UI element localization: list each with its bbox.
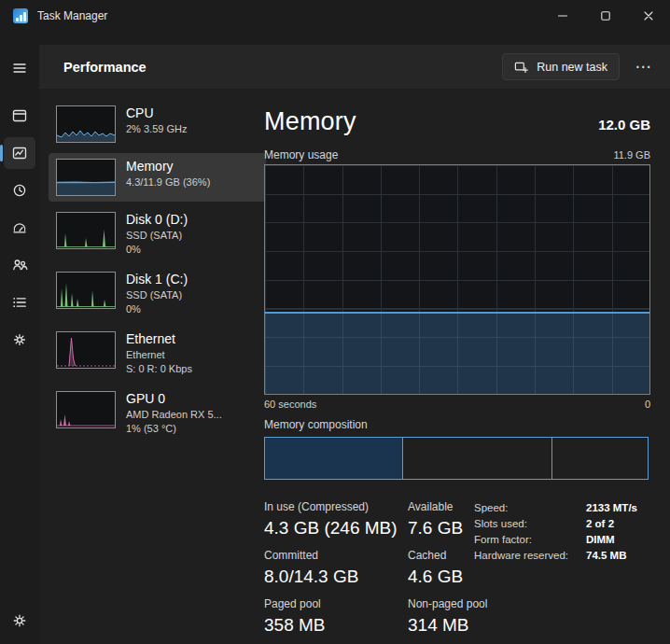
memory-capacity: 12.0 GB (598, 117, 650, 133)
run-new-task-label: Run new task (537, 61, 607, 74)
page-title: Performance (63, 60, 147, 75)
perf-item-sub: 0% (126, 243, 188, 256)
in-use-value: 4.3 GB (246 MB) (264, 518, 408, 539)
perf-item-title: Memory (126, 159, 210, 175)
perf-item-sub: 4.3/11.9 GB (36%) (126, 175, 210, 189)
memory-detail-panel: Memory 12.0 GB Memory usage 11.9 GB 60 s… (264, 98, 650, 636)
available-label: Available (408, 500, 474, 513)
close-icon[interactable] (627, 0, 670, 32)
composition-segment (551, 437, 649, 480)
perf-item-sub: AMD Radeon RX 5... (126, 408, 222, 421)
menu-icon[interactable] (4, 52, 35, 84)
memory-usage-area (265, 312, 649, 394)
performance-icon[interactable] (4, 137, 35, 169)
perf-item-sub: 1% (53 °C) (126, 422, 222, 435)
ethernet-mini-graph (56, 331, 116, 369)
paged-pool-value: 358 MB (264, 615, 408, 636)
perf-list-item-ethernet[interactable]: Ethernet Ethernet S: 0 R: 0 Kbps (49, 326, 266, 381)
speed-value: 2133 MT/s (586, 502, 637, 513)
more-options-icon: ⋯ (635, 59, 651, 75)
perf-list-item-memory[interactable]: Memory 4.3/11.9 GB (36%) (49, 153, 266, 202)
memory-hardware-info: Speed: 2133 MT/s Slots used: 2 of 2 Form… (474, 500, 637, 636)
run-new-task-icon (514, 60, 528, 74)
cached-label: Cached (408, 549, 474, 562)
graph-x-right-label: 0 (645, 399, 650, 410)
memory-usage-graph (264, 164, 650, 395)
maximize-icon[interactable] (584, 0, 627, 32)
disk1-mini-graph (56, 272, 116, 309)
form-factor-label: Form factor: (474, 534, 586, 545)
hardware-reserved-value: 74.5 MB (586, 550, 626, 561)
memory-title: Memory (264, 107, 356, 136)
perf-item-title: GPU 0 (126, 391, 222, 407)
cpu-mini-graph (56, 105, 116, 143)
perf-item-sub: S: 0 R: 0 Kbps (126, 362, 192, 375)
nav-rail (0, 45, 39, 644)
perf-list-item-gpu0[interactable]: GPU 0 AMD Radeon RX 5... 1% (53 °C) (49, 385, 266, 441)
perf-list-item-disk0[interactable]: Disk 0 (D:) SSD (SATA) 0% (49, 206, 266, 261)
details-icon[interactable] (4, 287, 35, 318)
disk0-mini-graph (56, 212, 116, 249)
cached-value: 4.6 GB (408, 567, 474, 587)
composition-segment (402, 437, 552, 480)
perf-list-item-disk1[interactable]: Disk 1 (C:) SSD (SATA) 0% (49, 266, 266, 321)
perf-item-sub: SSD (SATA) (126, 288, 188, 301)
gpu0-mini-graph (56, 391, 116, 428)
perf-item-title: Disk 1 (C:) (126, 272, 188, 287)
nonpaged-pool-label: Non-paged pool (408, 597, 474, 610)
window-title: Task Manager (37, 9, 107, 22)
page-header: Performance Run new task ⋯ (39, 45, 670, 89)
graph-x-left-label: 60 seconds (264, 399, 316, 410)
task-manager-logo-icon (13, 8, 28, 23)
hardware-reserved-label: Hardware reserved: (474, 550, 586, 561)
users-icon[interactable] (4, 249, 35, 281)
memory-usage-label: Memory usage (264, 148, 338, 161)
form-factor-value: DIMM (586, 534, 615, 545)
perf-item-sub: Ethernet (126, 348, 192, 361)
settings-icon[interactable] (4, 605, 35, 637)
content-area: CPU 2% 3.59 GHz Memory 4.3/11.9 GB (36%) (39, 89, 670, 644)
perf-item-sub: 0% (126, 302, 188, 315)
minimize-icon[interactable] (541, 0, 584, 32)
memory-composition-label: Memory composition (264, 418, 650, 431)
memory-stats-grid: In use (Compressed) 4.3 GB (246 MB) Avai… (264, 500, 474, 636)
perf-item-sub: SSD (SATA) (126, 229, 188, 242)
run-new-task-button[interactable]: Run new task (502, 53, 620, 80)
app-history-icon[interactable] (4, 175, 35, 206)
perf-item-title: Disk 0 (D:) (126, 212, 188, 228)
committed-value: 8.0/14.3 GB (264, 567, 408, 587)
perf-item-title: Ethernet (126, 331, 192, 347)
committed-label: Committed (264, 549, 408, 562)
nonpaged-pool-value: 314 MB (408, 615, 474, 636)
available-value: 7.6 GB (408, 518, 474, 539)
memory-mini-graph (56, 159, 116, 196)
memory-usage-scale-top: 11.9 GB (613, 149, 650, 161)
startup-apps-icon[interactable] (4, 212, 35, 244)
processes-icon[interactable] (4, 100, 35, 132)
perf-item-title: CPU (126, 105, 187, 121)
more-options-button[interactable]: ⋯ (627, 52, 659, 81)
memory-composition-bar (264, 437, 650, 480)
slots-used-value: 2 of 2 (586, 518, 614, 529)
perf-item-sub: 2% 3.59 GHz (126, 122, 187, 135)
titlebar: Task Manager (0, 0, 670, 45)
perf-list-item-cpu[interactable]: CPU 2% 3.59 GHz (49, 100, 266, 148)
composition-segment (264, 437, 403, 480)
slots-used-label: Slots used: (474, 518, 586, 529)
performance-resource-list: CPU 2% 3.59 GHz Memory 4.3/11.9 GB (36%) (49, 100, 266, 445)
speed-label: Speed: (474, 502, 586, 513)
paged-pool-label: Paged pool (264, 597, 408, 610)
services-icon[interactable] (4, 324, 35, 356)
in-use-label: In use (Compressed) (264, 500, 408, 513)
